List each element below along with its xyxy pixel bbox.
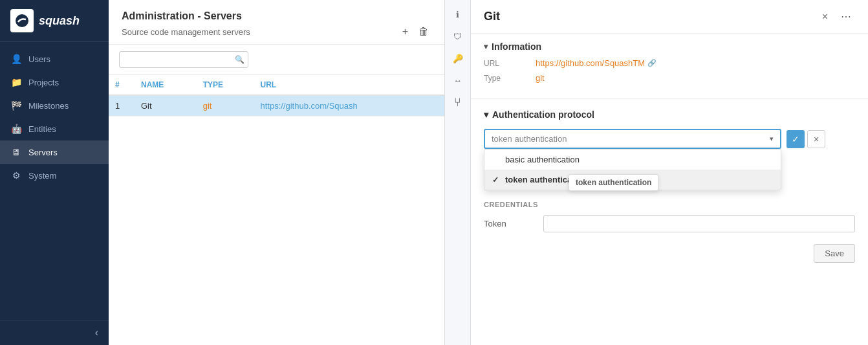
sidebar-item-milestones[interactable]: 🏁 Milestones <box>0 94 109 117</box>
right-panel-header: Git × ⋯ <box>471 0 868 34</box>
token-field-row: Token <box>484 215 855 232</box>
sidebar-item-servers[interactable]: 🖥 Servers <box>0 140 109 164</box>
servers-table-wrap: # NAME TYPE URL 1 Git git https://github… <box>109 75 444 345</box>
table-row[interactable]: 1 Git git https://github.com/Squash <box>109 95 444 117</box>
authentication-section: ▾ Authentication protocol token authenti… <box>471 102 868 157</box>
panel-actions: + 🗑 <box>400 25 431 39</box>
dropdown-tooltip: token authentication <box>569 174 658 191</box>
sidebar: squash 👤 Users 📁 Projects 🏁 Milestones 🤖… <box>0 0 109 345</box>
right-panel: Git × ⋯ ▾ Information URL https://github… <box>471 0 868 345</box>
url-value: https://github.com/SquashTM 🔗 <box>536 58 656 68</box>
auth-chevron-icon: ▾ <box>484 109 488 120</box>
fork-icon-btn[interactable]: ⑂ <box>449 93 467 111</box>
confirm-button[interactable]: ✓ <box>787 130 805 148</box>
sidebar-item-label: Milestones <box>28 101 69 111</box>
sidebar-item-label: System <box>28 171 56 181</box>
close-panel-button[interactable]: × <box>818 10 832 24</box>
delete-server-button[interactable]: 🗑 <box>416 25 431 39</box>
type-value: git <box>536 73 545 83</box>
search-icon: 🔍 <box>235 55 244 64</box>
logo-icon <box>10 9 34 32</box>
check-mark-icon: ✓ <box>492 175 501 184</box>
url-label: URL <box>484 59 536 68</box>
cell-name: Git <box>135 95 197 117</box>
col-name: NAME <box>135 75 197 95</box>
panel-subtitle-text: Source code management servers <box>122 27 250 37</box>
search-input[interactable] <box>119 51 248 68</box>
information-section: ▾ Information URL https://github.com/Squ… <box>471 34 868 96</box>
authentication-dropdown-menu: basic authentication ✓ token authenticat… <box>484 149 781 190</box>
more-options-button[interactable]: ⋯ <box>837 9 855 24</box>
col-url: URL <box>254 75 444 95</box>
left-panel: Administration - Servers Source code man… <box>109 0 445 345</box>
token-input[interactable] <box>543 215 855 232</box>
dropdown-item-label: basic authentication <box>505 155 580 164</box>
svg-point-0 <box>16 14 28 27</box>
collapse-button[interactable]: ‹ <box>0 320 109 345</box>
side-icons-panel: ℹ 🛡 🔑 ↔ ⑂ <box>445 0 471 345</box>
authentication-dropdown-container: token authentication ▾ basic authenticat… <box>484 129 781 149</box>
cancel-button[interactable]: × <box>807 130 825 148</box>
dropdown-item-token[interactable]: ✓ token authentication token authenticat… <box>484 170 781 190</box>
sidebar-item-label: Entities <box>28 124 56 134</box>
section-divider <box>471 98 868 99</box>
main-area: Administration - Servers Source code man… <box>109 0 868 345</box>
search-input-wrap: 🔍 <box>119 51 248 68</box>
sidebar-item-system[interactable]: ⚙ System <box>0 164 109 187</box>
right-panel-actions: × ⋯ <box>818 9 855 24</box>
arrow-icon-btn[interactable]: ↔ <box>449 71 467 89</box>
dropdown-arrow-icon: ▾ <box>770 135 774 143</box>
credentials-section-label: CREDENTIALS <box>484 201 855 208</box>
shield-icon-btn[interactable]: 🛡 <box>449 27 467 45</box>
servers-icon: 🖥 <box>10 147 22 157</box>
col-num: # <box>109 75 135 95</box>
type-label: Type <box>484 74 536 83</box>
info-icon-btn[interactable]: ℹ <box>449 5 467 23</box>
servers-table: # NAME TYPE URL 1 Git git https://github… <box>109 75 444 117</box>
sidebar-item-projects[interactable]: 📁 Projects <box>0 71 109 94</box>
authentication-section-header: ▾ Authentication protocol <box>484 109 855 120</box>
authentication-dropdown-select: token authentication ▾ basic authenticat… <box>484 129 781 149</box>
system-icon: ⚙ <box>10 170 22 181</box>
chevron-down-icon: ▾ <box>484 42 488 51</box>
sidebar-item-label: Servers <box>28 148 58 157</box>
panel-subtitle: Source code management servers + 🗑 <box>122 25 431 39</box>
nav-items: 👤 Users 📁 Projects 🏁 Milestones 🤖 Entiti… <box>0 42 109 320</box>
logo-area: squash <box>0 0 109 42</box>
sidebar-item-users[interactable]: 👤 Users <box>0 47 109 71</box>
entities-icon: 🤖 <box>10 124 22 134</box>
search-bar: 🔍 <box>109 45 444 75</box>
key-icon-btn[interactable]: 🔑 <box>449 49 467 67</box>
url-field-row: URL https://github.com/SquashTM 🔗 <box>484 58 855 68</box>
authentication-dropdown-row: token authentication ▾ basic authenticat… <box>484 129 855 149</box>
milestones-icon: 🏁 <box>10 100 22 111</box>
panel-header: Administration - Servers Source code man… <box>109 0 444 45</box>
cell-url: https://github.com/Squash <box>254 95 444 117</box>
sidebar-item-label: Projects <box>28 78 59 87</box>
dropdown-selected-value: token authentication <box>492 134 567 144</box>
external-link-icon[interactable]: 🔗 <box>647 59 656 67</box>
add-server-button[interactable]: + <box>400 25 411 39</box>
information-section-header: ▾ Information <box>484 41 855 52</box>
cell-num: 1 <box>109 95 135 117</box>
token-label: Token <box>484 219 536 228</box>
col-type: TYPE <box>197 75 254 95</box>
users-icon: 👤 <box>10 54 22 64</box>
sidebar-item-label: Users <box>28 54 50 64</box>
projects-icon: 📁 <box>10 77 22 87</box>
authentication-section-label: Authentication protocol <box>492 109 594 120</box>
authentication-dropdown[interactable]: token authentication ▾ <box>484 129 781 149</box>
sidebar-item-entities[interactable]: 🤖 Entities <box>0 117 109 140</box>
save-button[interactable]: Save <box>814 244 855 263</box>
information-section-label: Information <box>492 41 541 52</box>
panel-title: Administration - Servers <box>122 10 431 22</box>
table-header-row: # NAME TYPE URL <box>109 75 444 95</box>
save-button-row: Save <box>484 239 855 263</box>
dropdown-item-basic[interactable]: basic authentication <box>484 150 781 170</box>
credentials-section: CREDENTIALS Token Save <box>471 195 868 268</box>
cell-type: git <box>197 95 254 117</box>
right-panel-title: Git <box>484 10 500 23</box>
logo-text: squash <box>39 14 80 28</box>
type-field-row: Type git <box>484 73 855 83</box>
